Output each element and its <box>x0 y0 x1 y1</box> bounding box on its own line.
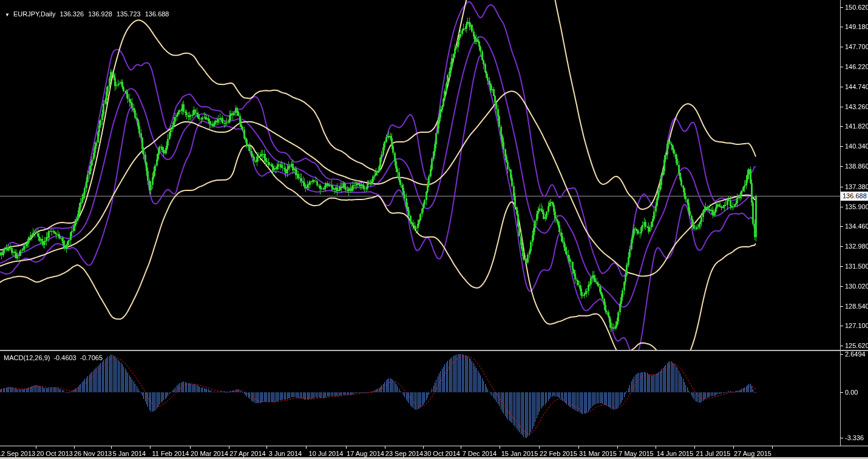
date-label: 15 Jan 2015 <box>501 450 538 457</box>
time-axis-divider <box>0 446 868 446</box>
price-tick-label: 141.820 <box>845 122 868 130</box>
chevron-down-icon: ▼ <box>5 12 10 18</box>
chart-window: ▼EURJPY,Daily136.326136.928135.723136.68… <box>0 0 868 459</box>
date-label: 10 Jul 2014 <box>309 450 344 457</box>
macd-label: MACD(12,26,9) <box>4 354 50 361</box>
macd-header: MACD(12,26,9)-0.4603-0.7065 <box>4 354 106 361</box>
date-label: 20 Mar 2014 <box>191 450 228 457</box>
date-label: 23 Sep 2014 <box>385 450 423 457</box>
date-label: 26 Nov 2013 <box>74 450 112 457</box>
symbol-label: EURJPY,Daily <box>13 10 56 18</box>
macd-signal-value: -0.7065 <box>80 354 103 361</box>
price-tick-label: 127.100 <box>845 322 868 329</box>
ohlc-high: 136.928 <box>88 10 112 18</box>
date-label: 3 Jun 2014 <box>269 450 302 457</box>
ohlc-low: 135.723 <box>117 10 141 18</box>
macd-main-value: -0.4603 <box>53 354 76 361</box>
price-tick-label: 146.220 <box>845 63 868 70</box>
price-tick-label: 131.500 <box>845 263 868 270</box>
price-tick-label: 134.460 <box>845 223 868 230</box>
date-label: 27 Apr 2014 <box>229 450 265 457</box>
date-label: 12 Sep 2013 <box>0 450 35 457</box>
date-label: 21 Jul 2015 <box>696 450 731 457</box>
current-price-value: 136.688 <box>843 192 867 199</box>
date-label: 14 Jun 2015 <box>657 450 694 457</box>
price-tick-label: 130.020 <box>845 283 868 290</box>
price-tick-label: 140.340 <box>845 142 868 150</box>
price-tick-label: 125.620 <box>845 342 868 349</box>
price-tick-label: 138.860 <box>845 162 868 170</box>
date-label: 27 Aug 2015 <box>734 450 771 457</box>
price-tick-label: 149.180 <box>845 23 868 30</box>
price-tick-label: 144.740 <box>845 83 868 90</box>
macd-axis-max: 2.6494 <box>845 350 866 358</box>
price-tick-label: 128.540 <box>845 303 868 310</box>
panel-divider[interactable] <box>0 350 868 351</box>
ohlc-open: 136.326 <box>59 10 84 18</box>
date-label: 7 May 2015 <box>619 450 653 457</box>
price-tick-label: 143.260 <box>845 103 868 110</box>
price-tick-label: 147.700 <box>845 43 868 50</box>
price-tick-label: 135.900 <box>845 203 868 210</box>
date-label: 30 Oct 2014 <box>424 450 460 457</box>
price-tick-label: 132.980 <box>845 243 868 250</box>
date-label: 5 Jan 2014 <box>113 450 146 457</box>
date-label: 7 Dec 2014 <box>463 450 497 457</box>
macd-axis-min: -3.336 <box>845 434 864 441</box>
date-label: 20 Oct 2013 <box>36 450 73 457</box>
date-label: 22 Feb 2015 <box>540 450 577 457</box>
ohlc-close: 136.688 <box>145 10 169 18</box>
current-price-tag: 136.688 <box>841 192 868 201</box>
price-chart-canvas[interactable] <box>0 0 868 459</box>
date-label: 17 Aug 2014 <box>347 450 384 457</box>
date-label: 11 Feb 2014 <box>152 450 189 457</box>
price-tick-label: 150.620 <box>845 4 868 11</box>
price-tick-label: 137.380 <box>845 183 868 190</box>
date-label: 31 Mar 2015 <box>579 450 617 457</box>
symbol-header: ▼EURJPY,Daily136.326136.928135.723136.68… <box>5 10 169 18</box>
macd-axis-zero: 0.00 <box>845 389 858 396</box>
